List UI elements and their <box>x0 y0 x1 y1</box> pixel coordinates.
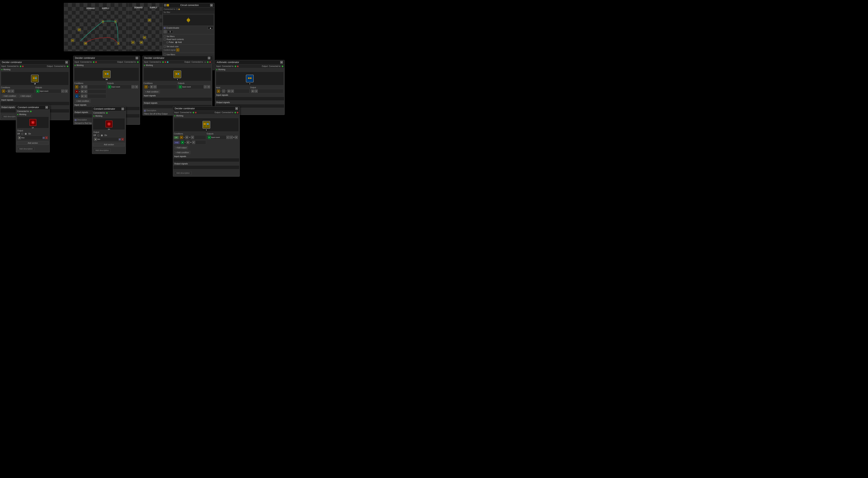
cond-3a-icon[interactable]: ✦ <box>145 85 148 89</box>
const-1-on-radio[interactable] <box>25 133 27 135</box>
const-2-sig-icon[interactable]: ★ <box>94 138 97 141</box>
arithmetic-titlebar[interactable]: Arithmetic combinator ✕ <box>215 60 284 65</box>
cond-2a-icon[interactable]: ✦ <box>75 85 78 89</box>
add-cond-5-btn[interactable]: + Add condition <box>174 151 190 154</box>
const-2-on-off[interactable]: Off On <box>92 134 126 137</box>
pulse-option[interactable]: Pulse <box>166 41 174 43</box>
cond-5a-icon[interactable]: ✦ <box>180 136 183 139</box>
out-2a-check[interactable]: ✓ <box>131 85 134 89</box>
const-1-check[interactable]: ✓ <box>42 137 45 139</box>
cond-5a-del[interactable]: ✕ <box>191 136 194 139</box>
cond-2b-icon2[interactable]: ✦ <box>81 90 84 93</box>
out-3a-del[interactable]: ✕ <box>207 85 210 89</box>
arith-in-icon3[interactable]: ✦ <box>227 90 230 93</box>
out-2a-icon[interactable]: E <box>108 85 111 89</box>
cond-row-2a[interactable]: ✦ = ✦ ✕ <box>74 85 106 89</box>
cond-2c-icon[interactable]: ✦ <box>75 95 78 98</box>
add-desc-5-btn[interactable]: Add description <box>175 171 191 175</box>
cond-5a-row[interactable]: ✦ ≥ ✦ 2 ✕ <box>179 135 206 139</box>
arith-out-row[interactable]: ✦ ✕ <box>250 89 284 93</box>
arith-out-icon[interactable]: ✦ <box>251 90 254 93</box>
out-row-3a[interactable]: E Input count ✓ ✕ <box>178 85 211 89</box>
const-1-sig-icon[interactable]: ★ <box>18 136 21 139</box>
close-decider-1-btn[interactable]: ✕ <box>65 61 68 64</box>
cond-icon-2[interactable]: ✦ <box>7 90 11 93</box>
read-hand-cb[interactable] <box>164 38 166 40</box>
add-condition-1-btn[interactable]: + Add condition <box>1 94 18 98</box>
const-1-del-btn[interactable]: 1 <box>45 136 48 139</box>
hold-option[interactable]: Hold <box>175 41 182 43</box>
const-2-off-radio[interactable] <box>97 134 99 136</box>
cond-row-2c[interactable]: ✦ ≤ ✦ ✕ <box>74 94 106 98</box>
enable-disable-row[interactable]: ✓ Enable/disable ▲ <box>162 26 214 30</box>
set-stack-row[interactable]: Set stack size <box>162 45 214 48</box>
cond-3a-del[interactable]: ✕ <box>154 85 157 89</box>
enable-minus-btn[interactable]: − <box>164 30 167 33</box>
use-filter-cb[interactable] <box>164 54 166 56</box>
arith-in-del[interactable]: ✕ <box>231 90 234 93</box>
enable-value-up[interactable]: ▲ <box>208 27 213 29</box>
enable-disable-cb[interactable]: ✓ <box>164 27 166 29</box>
set-stack-cb[interactable] <box>164 45 166 47</box>
const-2-output-row[interactable]: ★ Min ✓ 1 <box>93 137 125 141</box>
const-2-titlebar[interactable]: Constant combinator ✕ <box>92 107 126 111</box>
add-cond-3-btn[interactable]: + Add condition <box>144 90 160 94</box>
cond-2c-icon2[interactable]: ✦ <box>81 95 84 98</box>
close-const-1-btn[interactable]: ✕ <box>45 106 48 109</box>
out-3a-check[interactable]: ✓ <box>204 85 207 89</box>
pulse-radio[interactable] <box>166 41 168 43</box>
close-arithmetic-btn[interactable]: ✕ <box>280 61 283 64</box>
cond-2a-icon2[interactable]: ✦ <box>81 85 84 89</box>
close-decider-2-btn[interactable]: ✕ <box>135 57 138 59</box>
add-section-2-btn[interactable]: Add section <box>93 143 125 146</box>
desc-cb-2[interactable]: ✓ <box>74 119 77 121</box>
out-5a-icon[interactable]: E <box>208 136 211 139</box>
close-decider-5-btn[interactable]: ✕ <box>235 107 238 110</box>
set-filters-cb[interactable] <box>164 35 166 37</box>
const-1-titlebar[interactable]: Constant combinator ✕ <box>16 105 50 110</box>
out-2a-del[interactable]: ✕ <box>135 85 138 89</box>
const-1-off-radio[interactable] <box>21 133 23 135</box>
read-hand-row[interactable]: Read hand contents <box>162 38 214 41</box>
out-5a-del[interactable]: ✕ <box>235 136 238 139</box>
cond-5b-icon2[interactable]: ✦ <box>186 141 190 144</box>
add-output-5-btn[interactable]: + Add output <box>174 146 188 149</box>
cond-2a-del[interactable]: ✕ <box>84 85 87 89</box>
add-output-1-btn[interactable]: + Add output <box>19 94 32 98</box>
out-row-2a[interactable]: E Input count ✓ ✕ <box>107 85 139 89</box>
enable-number[interactable]: 0 <box>167 30 173 33</box>
close-circuit-btn[interactable]: ✕ <box>210 4 213 7</box>
const-2-del-btn[interactable]: 1 <box>121 138 124 141</box>
out-check-1[interactable]: ✓ <box>61 90 64 93</box>
arith-in-icon2[interactable]: − <box>222 90 225 93</box>
const-2-on-radio[interactable] <box>101 134 103 136</box>
const-2-check[interactable]: ✓ <box>119 138 121 140</box>
cond-2c-del[interactable]: ✕ <box>84 95 87 98</box>
cond-row-3a[interactable]: ✦ ≥ ✦ ✕ <box>144 85 177 89</box>
cond-2b-icon[interactable]: ✦ <box>75 90 78 93</box>
arith-in-icon[interactable]: ✦ <box>217 90 220 93</box>
cond-3a-icon2[interactable]: ✦ <box>150 85 153 89</box>
desc-cb-3[interactable]: ✓ <box>144 110 146 112</box>
cond-5b-icon[interactable]: ✦ <box>181 141 184 144</box>
add-desc-const-2-btn[interactable]: Add description <box>94 148 111 152</box>
add-section-1-btn[interactable]: Add section <box>17 141 49 145</box>
hold-radio[interactable] <box>175 41 177 43</box>
decider-2-titlebar[interactable]: Decider combinator ✕ <box>73 56 140 60</box>
decider-3-titlebar[interactable]: Decider combinator ✕ <box>143 56 212 60</box>
control-signal-icon[interactable]: S <box>176 48 179 52</box>
const-1-output-row[interactable]: ★ Max ✓ 1 <box>17 136 49 140</box>
circuit-connection-titlebar[interactable]: Circuit connection ✕ <box>162 3 214 7</box>
out-icon-1[interactable]: E <box>36 90 39 93</box>
cond-5a-icon2[interactable]: ✦ <box>185 136 188 139</box>
out-5a-check1[interactable]: ✓ <box>226 136 229 139</box>
cond-5b-row[interactable]: ✦ ≤ ✦ 0 ✕ <box>180 140 206 144</box>
close-decider-3-btn[interactable]: ✕ <box>208 57 211 59</box>
out-5a-row[interactable]: E Input count ✓ ✓ 0 ✕ <box>207 135 239 139</box>
out-3a-icon[interactable]: E <box>179 85 182 89</box>
decider-5-titlebar[interactable]: Decider combinator ✕ <box>173 106 240 111</box>
cond-icon-1[interactable]: ✦ <box>2 90 5 93</box>
cond-row-2b[interactable]: ✦ ≥ ✦ ✕ <box>74 89 106 94</box>
output-row-1[interactable]: E Input count ✓ ✕ <box>35 89 69 93</box>
set-filters-row[interactable]: Set filters <box>162 35 214 38</box>
